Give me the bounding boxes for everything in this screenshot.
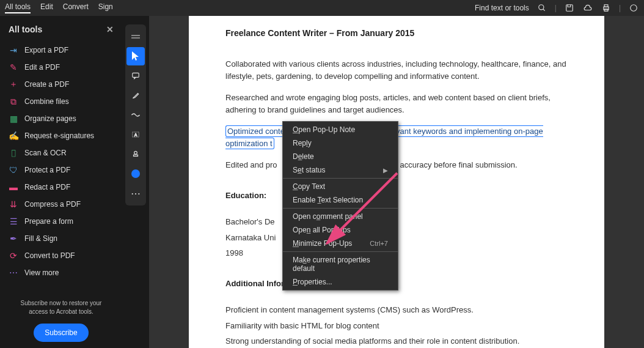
ai-icon[interactable] — [628, 2, 639, 13]
ctx-set-status[interactable]: Set status▶Set status — [283, 163, 398, 177]
all-tools-sidebar: All tools ✕ ⇥Export a PDF ✎Edit a PDF ＋C… — [0, 16, 122, 348]
search-label[interactable]: Find text or tools — [475, 4, 529, 12]
form-icon: ☰ — [9, 217, 18, 226]
ctx-separator — [283, 251, 398, 252]
svg-point-12 — [134, 151, 137, 154]
sidebar-item-label: Prepare a form — [24, 217, 73, 226]
sidebar-item-redact[interactable]: ▬Redact a PDF — [5, 179, 117, 196]
shield-icon: 🛡 — [9, 165, 18, 175]
ctx-copy-text[interactable]: Copy TextCopy Text — [283, 180, 398, 193]
svg-point-6 — [631, 5, 637, 12]
svg-rect-4 — [604, 5, 608, 7]
separator: | — [619, 4, 621, 12]
ctx-enable-text[interactable]: Enable Text SelectionEnable Text Selecti… — [283, 193, 398, 207]
sidebar-item-label: Compress a PDF — [24, 200, 81, 209]
select-tool-icon[interactable] — [126, 47, 145, 65]
esign-icon: ✍ — [9, 131, 18, 141]
more-tools-icon[interactable]: ⋯ — [126, 184, 145, 202]
scan-icon: ⌷ — [9, 148, 18, 158]
sidebar-item-edit[interactable]: ✎Edit a PDF — [5, 59, 117, 76]
color-dot-icon[interactable] — [126, 165, 145, 183]
close-icon[interactable]: ✕ — [106, 24, 114, 34]
vertical-toolbar: A ⋯ — [122, 16, 149, 348]
create-icon: ＋ — [9, 80, 18, 89]
sidebar-item-export[interactable]: ⇥Export a PDF — [5, 42, 117, 59]
search-icon[interactable] — [536, 2, 547, 13]
fill-sign-icon: ✒ — [9, 234, 18, 243]
doc-para: Proficient in content management systems… — [225, 304, 568, 316]
sidebar-item-combine[interactable]: ⧉Combine files — [5, 93, 117, 110]
sidebar-item-label: View more — [24, 268, 59, 277]
sidebar-item-compress[interactable]: ⇊Compress a PDF — [5, 196, 117, 213]
compress-icon: ⇊ — [9, 199, 18, 209]
cloud-icon[interactable] — [582, 2, 593, 13]
menu-convert[interactable]: Convert — [63, 2, 89, 13]
tool-handle-icon[interactable] — [126, 28, 145, 46]
redact-icon: ▬ — [9, 182, 18, 192]
sidebar-item-fill-sign[interactable]: ✒Fill & Sign — [5, 230, 117, 247]
sidebar-item-convert[interactable]: ⟳Convert to PDF — [5, 247, 117, 264]
sidebar-item-label: Combine files — [24, 97, 69, 106]
ctx-separator — [283, 178, 398, 179]
stamp-tool-icon[interactable] — [126, 145, 145, 163]
edit-icon: ✎ — [9, 62, 18, 72]
ctx-properties[interactable]: Properties...Properties... — [283, 275, 398, 289]
ctx-open-all[interactable]: Open all Pop-UpsOpen all Pop-Ups — [283, 223, 398, 237]
print-icon[interactable] — [601, 2, 612, 13]
sidebar-item-protect[interactable]: 🛡Protect a PDF — [5, 161, 117, 179]
ctx-open-comment[interactable]: Open comment panelOpen comment panel — [283, 210, 398, 223]
export-icon: ⇥ — [9, 45, 18, 55]
sidebar-item-label: Fill & Sign — [24, 234, 57, 243]
svg-line-1 — [543, 9, 545, 11]
sidebar-item-scan[interactable]: ⌷Scan & OCR — [5, 144, 117, 161]
context-menu: OOpen Pop-Up Notepen Pop-Up Note ReplyRe… — [282, 121, 398, 291]
sidebar-item-label: Scan & OCR — [24, 149, 67, 157]
view-more-icon: ⋯ — [9, 268, 18, 278]
doc-para: Collaborated with various clients across… — [225, 58, 568, 82]
svg-text:A: A — [134, 133, 137, 137]
sidebar-item-organize[interactable]: ▦Organize pages — [5, 110, 117, 127]
svg-rect-9 — [133, 73, 139, 77]
sidebar-item-label: Edit a PDF — [24, 63, 60, 72]
svg-rect-8 — [131, 37, 140, 39]
menu-edit[interactable]: Edit — [40, 2, 53, 13]
sidebar-item-label: Convert to PDF — [24, 251, 75, 260]
ctx-open-popup[interactable]: OOpen Pop-Up Notepen Pop-Up Note — [283, 123, 398, 136]
svg-point-0 — [539, 5, 544, 10]
subscribe-button[interactable]: Subscribe — [34, 324, 88, 342]
highlight-tool-icon[interactable] — [126, 86, 145, 105]
save-icon[interactable] — [564, 2, 575, 13]
ctx-delete[interactable]: DeleteDelete — [283, 150, 398, 163]
ctx-shortcut: Ctrl+7 — [370, 240, 388, 247]
separator: | — [555, 4, 557, 12]
doc-para: Familiarity with basic HTML for blog con… — [225, 320, 568, 332]
doc-title: Freelance Content Writer – From January … — [225, 27, 568, 40]
menu-sign[interactable]: Sign — [98, 2, 113, 13]
sidebar-item-esign[interactable]: ✍Request e-signatures — [5, 127, 117, 144]
sidebar-item-label: Create a PDF — [24, 80, 69, 89]
ctx-reply[interactable]: ReplyReply — [283, 136, 398, 150]
sidebar-item-label: Export a PDF — [24, 46, 68, 54]
combine-icon: ⧉ — [9, 97, 18, 106]
text-box-tool-icon[interactable]: A — [126, 125, 145, 144]
ctx-make-default[interactable]: Make current properties defaultMake curr… — [283, 253, 398, 275]
sidebar-item-label: Protect a PDF — [24, 166, 70, 174]
sidebar-item-create[interactable]: ＋Create a PDF — [5, 76, 117, 93]
chevron-right-icon: ▶ — [383, 167, 388, 174]
comment-tool-icon[interactable] — [126, 67, 145, 85]
sidebar-item-label: Organize pages — [24, 114, 76, 123]
sidebar-item-prepare-form[interactable]: ☰Prepare a form — [5, 213, 117, 230]
svg-rect-7 — [131, 35, 140, 36]
convert-icon: ⟳ — [9, 251, 18, 261]
svg-rect-2 — [566, 5, 573, 12]
doc-para: Researched and wrote engaging blog posts… — [225, 92, 568, 116]
menu-all-tools[interactable]: All tools — [5, 2, 31, 13]
sidebar-item-view-more[interactable]: ⋯View more — [5, 264, 117, 281]
subscribe-message: Subscribe now to restore your access to … — [12, 299, 110, 316]
doc-para: Strong understanding of social media pla… — [225, 335, 568, 347]
sidebar-title: All tools — [9, 24, 42, 34]
organize-icon: ▦ — [9, 114, 18, 124]
top-menu-bar: All tools Edit Convert Sign Find text or… — [0, 0, 644, 16]
ctx-minimize[interactable]: Minimize Pop-UpsCtrl+7Minimize Pop-Ups — [283, 237, 398, 250]
draw-tool-icon[interactable] — [126, 106, 145, 124]
